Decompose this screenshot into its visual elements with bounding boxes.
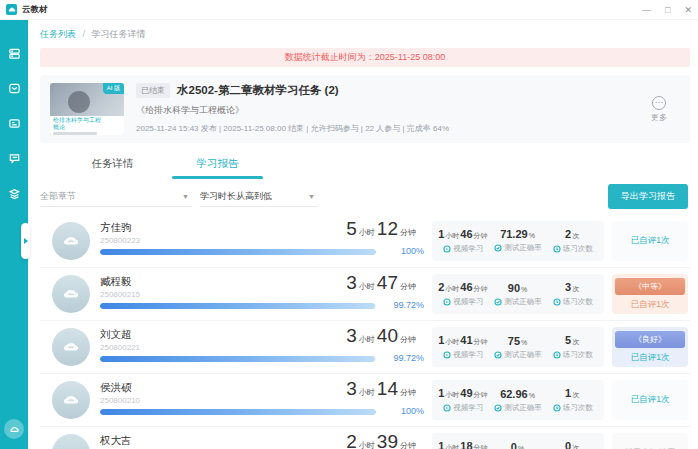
- chat-icon[interactable]: [7, 151, 21, 165]
- grade-badge: 《良好》: [615, 331, 685, 348]
- progress-bar: [100, 303, 376, 309]
- id-card-icon[interactable]: [7, 116, 21, 130]
- student-name: 刘文超: [100, 328, 132, 342]
- check-circle-icon: [494, 244, 502, 252]
- check-circle-icon: [494, 298, 502, 306]
- self-assessment-box[interactable]: 《中等》 已自评1次: [612, 274, 688, 314]
- app-logo-icon: [6, 4, 17, 15]
- student-avatar: [52, 328, 90, 366]
- student-name: 臧程毅: [100, 275, 132, 289]
- textbook-cover: AI 版 给排水科学与工程概论: [50, 83, 124, 135]
- student-avatar: [52, 434, 90, 449]
- student-id: 250800223: [100, 236, 140, 245]
- play-circle-icon: [443, 404, 451, 412]
- grade-badge: 《中等》: [615, 278, 685, 295]
- app-title: 云教材: [22, 4, 48, 16]
- tab-task-detail[interactable]: 任务详情: [60, 153, 165, 179]
- task-title: 水2502-第二章教材学习任务 (2): [177, 83, 339, 98]
- cover-book-title: 给排水科学与工程概论: [53, 117, 105, 131]
- clock-icon: [553, 404, 561, 412]
- progress-percent: 100%: [401, 406, 424, 416]
- self-review-label: 已自评1次: [631, 235, 670, 247]
- chevron-down-icon: ▼: [308, 193, 318, 200]
- student-name: 权大吉: [100, 434, 132, 448]
- student-stats-box: 1小时41分钟 视频学习 75% 测试正确率 5次 练习次数: [432, 327, 604, 367]
- clock-icon: [553, 298, 561, 306]
- student-id: 250800215: [100, 290, 140, 299]
- student-row[interactable]: 权大吉 250800212 2小时39分钟 100% 1小时18分钟 视频学习 …: [40, 426, 690, 449]
- play-circle-icon: [443, 245, 451, 253]
- student-avatar: [52, 381, 90, 419]
- sidebar-expand-handle[interactable]: [21, 223, 30, 259]
- student-name: 侯洪硕: [100, 381, 132, 395]
- student-stats-box: 2小时46分钟 视频学习 90% 测试正确率 3次 练习次数: [432, 274, 604, 314]
- self-review-label: 已自评1次: [631, 394, 670, 406]
- breadcrumb-current: 学习任务详情: [92, 29, 146, 39]
- student-avatar: [52, 275, 90, 313]
- student-row[interactable]: 刘文超 250800221 3小时40分钟 99.72% 1小时41分钟 视频学…: [40, 320, 690, 373]
- inbox-icon[interactable]: [7, 81, 21, 95]
- task-book-title: 《给排水科学与工程概论》: [136, 104, 638, 117]
- student-row[interactable]: 臧程毅 250800215 3小时47分钟 99.72% 2小时46分钟 视频学…: [40, 267, 690, 320]
- total-study-time: 3小时40分钟: [346, 325, 418, 347]
- self-review-label: 已自评1次: [631, 299, 670, 311]
- progress-percent: 100%: [401, 246, 424, 256]
- export-report-button[interactable]: 导出学习报告: [608, 184, 688, 209]
- breadcrumb: 任务列表 / 学习任务详情: [40, 20, 690, 41]
- layers-icon[interactable]: [7, 186, 21, 200]
- self-assessment-box[interactable]: 已自评1次: [612, 380, 688, 420]
- deadline-notice-text: 数据统计截止时间为：2025-11-25 08:00: [285, 51, 445, 64]
- clock-icon: [553, 351, 561, 359]
- student-row[interactable]: 侯洪硕 250800210 3小时14分钟 100% 1小时49分钟 视频学习 …: [40, 373, 690, 426]
- total-study-time: 2小时39分钟: [346, 431, 418, 449]
- breadcrumb-separator: /: [83, 29, 86, 39]
- student-row[interactable]: 方佳驹 250800223 5小时12分钟 100% 1小时46分钟 视频学习 …: [40, 214, 690, 267]
- tabs: 任务详情 学习报告: [40, 153, 690, 179]
- progress-percent: 99.72%: [393, 300, 424, 310]
- student-stats-box: 1小时49分钟 视频学习 62.96% 测试正确率 1次 练习次数: [432, 380, 604, 420]
- sort-select[interactable]: 学习时长从高到低 ▼: [200, 187, 318, 207]
- progress-bar: [100, 356, 376, 362]
- self-assessment-box[interactable]: 暂无自评结果: [612, 433, 688, 449]
- task-summary-card: AI 版 给排水科学与工程概论 已结束 水2502-第二章教材学习任务 (2) …: [40, 75, 690, 143]
- play-circle-icon: [443, 298, 451, 306]
- deadline-notice-banner: 数据统计截止时间为：2025-11-25 08:00: [40, 48, 690, 67]
- close-button[interactable]: ✕: [684, 0, 692, 20]
- maximize-button[interactable]: □: [665, 0, 670, 20]
- self-review-label: 已自评1次: [631, 352, 670, 364]
- self-assessment-box[interactable]: 《良好》 已自评1次: [612, 327, 688, 367]
- user-avatar[interactable]: [4, 419, 24, 439]
- sidebar: [0, 20, 28, 449]
- student-stats-box: 1小时46分钟 视频学习 71.29% 测试正确率 2次 练习次数: [432, 221, 604, 261]
- progress-bar: [100, 249, 376, 255]
- student-avatar: [52, 222, 90, 260]
- minimize-button[interactable]: —: [642, 0, 651, 20]
- total-study-time: 5小时12分钟: [346, 218, 418, 240]
- tab-learning-report[interactable]: 学习报告: [165, 153, 270, 179]
- check-circle-icon: [494, 351, 502, 359]
- task-stack-icon[interactable]: [7, 46, 21, 60]
- cover-photo: [68, 91, 90, 113]
- self-assessment-box[interactable]: 已自评1次: [612, 221, 688, 261]
- student-id: 250800221: [100, 343, 140, 352]
- task-meta: 2025-11-24 15:43 发布 | 2025-11-25 08:00 结…: [136, 123, 638, 134]
- progress-percent: 99.72%: [393, 353, 424, 363]
- chevron-down-icon: ▼: [182, 193, 192, 200]
- task-status-badge: 已结束: [136, 83, 170, 98]
- cover-author-line: [53, 132, 97, 135]
- student-report-list: 方佳驹 250800223 5小时12分钟 100% 1小时46分钟 视频学习 …: [40, 214, 690, 449]
- play-circle-icon: [443, 351, 451, 359]
- student-id: 250800210: [100, 396, 140, 405]
- window-titlebar: 云教材 — □ ✕: [0, 0, 698, 20]
- ai-edition-badge: AI 版: [103, 83, 124, 94]
- chapter-select[interactable]: 全部章节 ▼: [40, 187, 192, 207]
- student-name: 方佳驹: [100, 221, 132, 235]
- more-icon[interactable]: ⋯: [652, 96, 666, 110]
- clock-icon: [553, 245, 561, 253]
- breadcrumb-task-list[interactable]: 任务列表: [40, 29, 76, 39]
- more-button[interactable]: ⋯ 更多: [638, 83, 680, 135]
- progress-bar: [100, 409, 376, 415]
- total-study-time: 3小时14分钟: [346, 378, 418, 400]
- check-circle-icon: [494, 404, 502, 412]
- student-stats-box: 1小时18分钟 视频学习 0% 测试正确率 0次 练习次数: [432, 433, 604, 449]
